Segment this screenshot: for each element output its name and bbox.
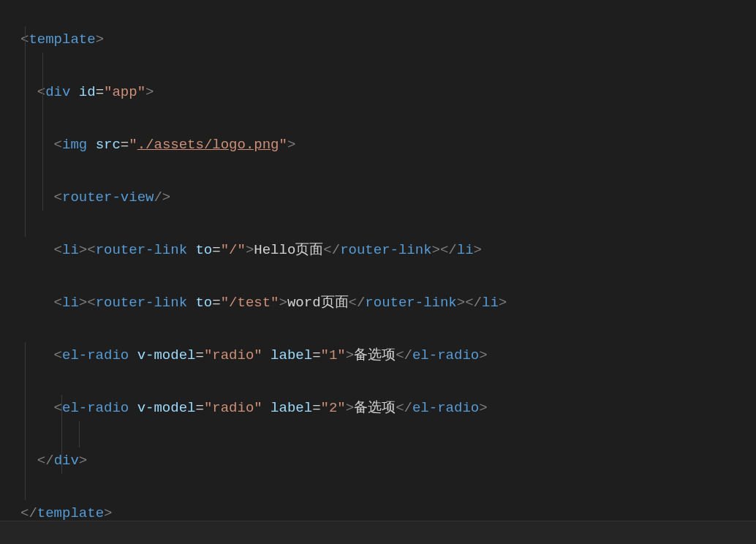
code-line[interactable]: </template> [20,500,756,526]
code-line[interactable]: <el-radio v-model="radio" label="1">备选项<… [20,342,756,369]
code-line[interactable]: <div id="app"> [20,79,756,105]
code-line[interactable]: <router-view/> [20,184,756,211]
code-line[interactable]: <img src=""./assets/logo.png"./assets/lo… [20,132,756,158]
code-line[interactable]: <li><router-link to="/test">word页面</rout… [20,290,756,316]
code-block[interactable]: <template> <div id="app"> <img src=""./a… [20,0,756,544]
code-line[interactable]: <template> [20,26,756,53]
code-line[interactable]: <el-radio v-model="radio" label="2">备选项<… [20,395,756,421]
code-line[interactable]: </div> [20,447,756,474]
code-line[interactable]: <li><router-link to="/">Hello页面</router-… [20,237,756,263]
